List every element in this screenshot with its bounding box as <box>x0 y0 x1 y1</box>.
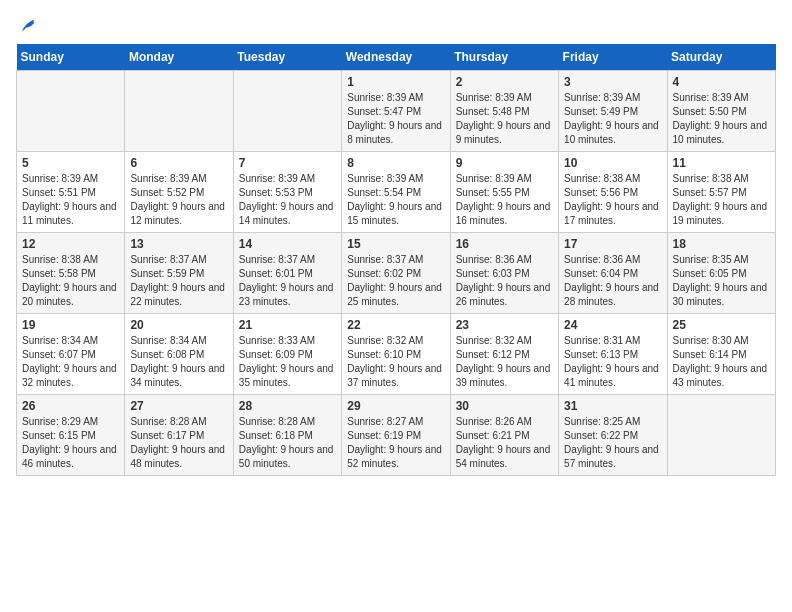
calendar-cell: 1Sunrise: 8:39 AM Sunset: 5:47 PM Daylig… <box>342 71 450 152</box>
day-detail: Sunrise: 8:32 AM Sunset: 6:12 PM Dayligh… <box>456 334 553 390</box>
header-monday: Monday <box>125 44 233 71</box>
calendar-cell: 31Sunrise: 8:25 AM Sunset: 6:22 PM Dayli… <box>559 395 667 476</box>
calendar-cell <box>17 71 125 152</box>
day-number: 27 <box>130 399 227 413</box>
day-detail: Sunrise: 8:28 AM Sunset: 6:18 PM Dayligh… <box>239 415 336 471</box>
calendar-cell: 25Sunrise: 8:30 AM Sunset: 6:14 PM Dayli… <box>667 314 775 395</box>
header-thursday: Thursday <box>450 44 558 71</box>
day-number: 19 <box>22 318 119 332</box>
day-detail: Sunrise: 8:36 AM Sunset: 6:04 PM Dayligh… <box>564 253 661 309</box>
day-number: 7 <box>239 156 336 170</box>
day-detail: Sunrise: 8:30 AM Sunset: 6:14 PM Dayligh… <box>673 334 770 390</box>
header-friday: Friday <box>559 44 667 71</box>
day-number: 10 <box>564 156 661 170</box>
day-number: 26 <box>22 399 119 413</box>
day-number: 4 <box>673 75 770 89</box>
week-row-4: 26Sunrise: 8:29 AM Sunset: 6:15 PM Dayli… <box>17 395 776 476</box>
day-detail: Sunrise: 8:27 AM Sunset: 6:19 PM Dayligh… <box>347 415 444 471</box>
calendar-cell: 9Sunrise: 8:39 AM Sunset: 5:55 PM Daylig… <box>450 152 558 233</box>
calendar-cell: 3Sunrise: 8:39 AM Sunset: 5:49 PM Daylig… <box>559 71 667 152</box>
header-sunday: Sunday <box>17 44 125 71</box>
calendar-cell: 17Sunrise: 8:36 AM Sunset: 6:04 PM Dayli… <box>559 233 667 314</box>
calendar-cell: 10Sunrise: 8:38 AM Sunset: 5:56 PM Dayli… <box>559 152 667 233</box>
day-detail: Sunrise: 8:39 AM Sunset: 5:54 PM Dayligh… <box>347 172 444 228</box>
calendar-cell: 11Sunrise: 8:38 AM Sunset: 5:57 PM Dayli… <box>667 152 775 233</box>
day-detail: Sunrise: 8:37 AM Sunset: 6:02 PM Dayligh… <box>347 253 444 309</box>
day-number: 31 <box>564 399 661 413</box>
day-number: 11 <box>673 156 770 170</box>
calendar-cell: 14Sunrise: 8:37 AM Sunset: 6:01 PM Dayli… <box>233 233 341 314</box>
calendar-cell: 19Sunrise: 8:34 AM Sunset: 6:07 PM Dayli… <box>17 314 125 395</box>
calendar-table: SundayMondayTuesdayWednesdayThursdayFrid… <box>16 44 776 476</box>
day-number: 1 <box>347 75 444 89</box>
day-number: 21 <box>239 318 336 332</box>
week-row-3: 19Sunrise: 8:34 AM Sunset: 6:07 PM Dayli… <box>17 314 776 395</box>
calendar-cell: 30Sunrise: 8:26 AM Sunset: 6:21 PM Dayli… <box>450 395 558 476</box>
day-detail: Sunrise: 8:39 AM Sunset: 5:55 PM Dayligh… <box>456 172 553 228</box>
day-number: 13 <box>130 237 227 251</box>
day-detail: Sunrise: 8:34 AM Sunset: 6:07 PM Dayligh… <box>22 334 119 390</box>
calendar-cell: 4Sunrise: 8:39 AM Sunset: 5:50 PM Daylig… <box>667 71 775 152</box>
day-detail: Sunrise: 8:32 AM Sunset: 6:10 PM Dayligh… <box>347 334 444 390</box>
day-number: 23 <box>456 318 553 332</box>
day-number: 3 <box>564 75 661 89</box>
day-number: 14 <box>239 237 336 251</box>
header-tuesday: Tuesday <box>233 44 341 71</box>
calendar-cell: 20Sunrise: 8:34 AM Sunset: 6:08 PM Dayli… <box>125 314 233 395</box>
day-detail: Sunrise: 8:39 AM Sunset: 5:48 PM Dayligh… <box>456 91 553 147</box>
calendar-cell: 18Sunrise: 8:35 AM Sunset: 6:05 PM Dayli… <box>667 233 775 314</box>
day-detail: Sunrise: 8:38 AM Sunset: 5:57 PM Dayligh… <box>673 172 770 228</box>
week-row-2: 12Sunrise: 8:38 AM Sunset: 5:58 PM Dayli… <box>17 233 776 314</box>
calendar-cell: 12Sunrise: 8:38 AM Sunset: 5:58 PM Dayli… <box>17 233 125 314</box>
day-number: 20 <box>130 318 227 332</box>
day-number: 2 <box>456 75 553 89</box>
day-detail: Sunrise: 8:25 AM Sunset: 6:22 PM Dayligh… <box>564 415 661 471</box>
day-number: 22 <box>347 318 444 332</box>
day-number: 30 <box>456 399 553 413</box>
logo <box>16 16 40 32</box>
day-detail: Sunrise: 8:33 AM Sunset: 6:09 PM Dayligh… <box>239 334 336 390</box>
day-detail: Sunrise: 8:38 AM Sunset: 5:56 PM Dayligh… <box>564 172 661 228</box>
day-detail: Sunrise: 8:39 AM Sunset: 5:51 PM Dayligh… <box>22 172 119 228</box>
day-number: 16 <box>456 237 553 251</box>
calendar-cell <box>667 395 775 476</box>
calendar-cell <box>233 71 341 152</box>
header-wednesday: Wednesday <box>342 44 450 71</box>
day-detail: Sunrise: 8:39 AM Sunset: 5:53 PM Dayligh… <box>239 172 336 228</box>
day-detail: Sunrise: 8:37 AM Sunset: 6:01 PM Dayligh… <box>239 253 336 309</box>
calendar-cell: 7Sunrise: 8:39 AM Sunset: 5:53 PM Daylig… <box>233 152 341 233</box>
day-number: 25 <box>673 318 770 332</box>
day-detail: Sunrise: 8:37 AM Sunset: 5:59 PM Dayligh… <box>130 253 227 309</box>
day-number: 24 <box>564 318 661 332</box>
day-detail: Sunrise: 8:39 AM Sunset: 5:52 PM Dayligh… <box>130 172 227 228</box>
calendar-cell: 5Sunrise: 8:39 AM Sunset: 5:51 PM Daylig… <box>17 152 125 233</box>
day-detail: Sunrise: 8:34 AM Sunset: 6:08 PM Dayligh… <box>130 334 227 390</box>
day-number: 28 <box>239 399 336 413</box>
calendar-cell: 24Sunrise: 8:31 AM Sunset: 6:13 PM Dayli… <box>559 314 667 395</box>
calendar-cell: 8Sunrise: 8:39 AM Sunset: 5:54 PM Daylig… <box>342 152 450 233</box>
calendar-cell: 29Sunrise: 8:27 AM Sunset: 6:19 PM Dayli… <box>342 395 450 476</box>
header-saturday: Saturday <box>667 44 775 71</box>
calendar-cell: 16Sunrise: 8:36 AM Sunset: 6:03 PM Dayli… <box>450 233 558 314</box>
day-detail: Sunrise: 8:36 AM Sunset: 6:03 PM Dayligh… <box>456 253 553 309</box>
calendar-cell: 21Sunrise: 8:33 AM Sunset: 6:09 PM Dayli… <box>233 314 341 395</box>
calendar-cell: 23Sunrise: 8:32 AM Sunset: 6:12 PM Dayli… <box>450 314 558 395</box>
calendar-cell: 26Sunrise: 8:29 AM Sunset: 6:15 PM Dayli… <box>17 395 125 476</box>
logo-bird-icon <box>18 16 42 36</box>
week-row-1: 5Sunrise: 8:39 AM Sunset: 5:51 PM Daylig… <box>17 152 776 233</box>
day-number: 5 <box>22 156 119 170</box>
calendar-cell <box>125 71 233 152</box>
day-detail: Sunrise: 8:31 AM Sunset: 6:13 PM Dayligh… <box>564 334 661 390</box>
day-detail: Sunrise: 8:39 AM Sunset: 5:49 PM Dayligh… <box>564 91 661 147</box>
day-number: 8 <box>347 156 444 170</box>
day-detail: Sunrise: 8:26 AM Sunset: 6:21 PM Dayligh… <box>456 415 553 471</box>
calendar-cell: 13Sunrise: 8:37 AM Sunset: 5:59 PM Dayli… <box>125 233 233 314</box>
calendar-cell: 2Sunrise: 8:39 AM Sunset: 5:48 PM Daylig… <box>450 71 558 152</box>
calendar-cell: 28Sunrise: 8:28 AM Sunset: 6:18 PM Dayli… <box>233 395 341 476</box>
calendar-cell: 6Sunrise: 8:39 AM Sunset: 5:52 PM Daylig… <box>125 152 233 233</box>
calendar-cell: 27Sunrise: 8:28 AM Sunset: 6:17 PM Dayli… <box>125 395 233 476</box>
day-number: 15 <box>347 237 444 251</box>
day-detail: Sunrise: 8:28 AM Sunset: 6:17 PM Dayligh… <box>130 415 227 471</box>
day-detail: Sunrise: 8:39 AM Sunset: 5:47 PM Dayligh… <box>347 91 444 147</box>
week-row-0: 1Sunrise: 8:39 AM Sunset: 5:47 PM Daylig… <box>17 71 776 152</box>
